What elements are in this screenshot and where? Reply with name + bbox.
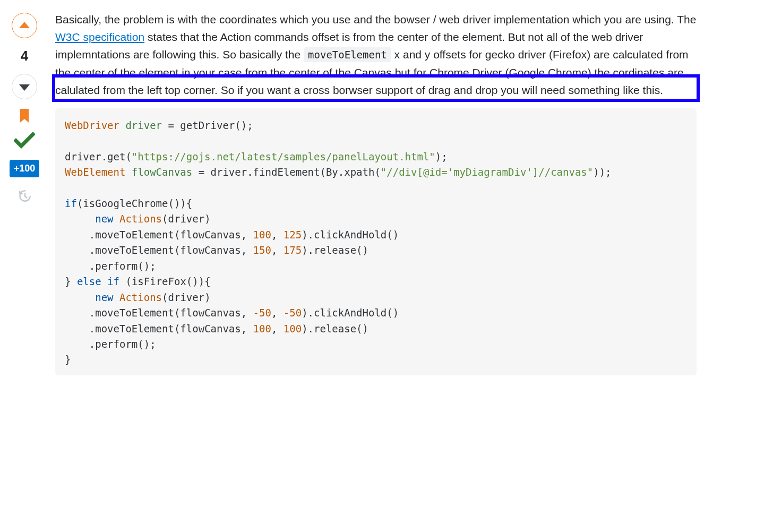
- bounty-badge[interactable]: +100: [10, 160, 40, 177]
- triangle-down-icon: [19, 84, 30, 91]
- answer-body: Basically, the problem is with the coord…: [42, 11, 697, 375]
- bookmark-icon[interactable]: [19, 109, 30, 123]
- w3c-spec-link[interactable]: W3C specification: [55, 31, 144, 43]
- inline-code: moveToElement: [304, 47, 391, 62]
- accepted-check-icon: [14, 131, 35, 149]
- triangle-up-icon: [19, 22, 30, 28]
- vote-column: 4 +100: [6, 11, 42, 203]
- answer-paragraph: Basically, the problem is with the coord…: [55, 11, 697, 99]
- code-content: WebDriver driver = getDriver(); driver.g…: [65, 118, 687, 368]
- downvote-button[interactable]: [12, 74, 37, 99]
- history-icon[interactable]: [18, 189, 31, 203]
- text-segment: Basically, the problem is with the coord…: [55, 13, 696, 25]
- vote-score: 4: [21, 46, 28, 66]
- code-block[interactable]: WebDriver driver = getDriver(); driver.g…: [55, 108, 697, 375]
- upvote-button[interactable]: [12, 13, 37, 38]
